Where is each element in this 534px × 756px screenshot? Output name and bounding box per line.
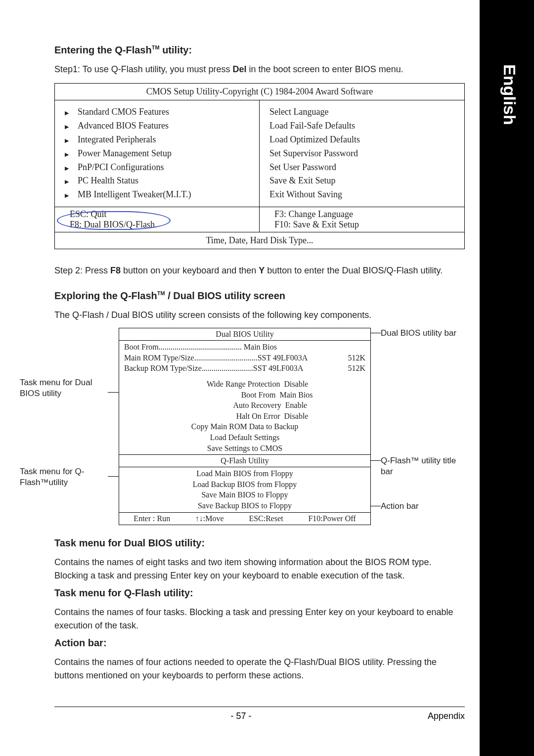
- qflash-setting-row[interactable]: Boot FromMain Bios: [124, 390, 365, 400]
- setting-key: Boot From: [177, 390, 275, 400]
- qflash-setting-row[interactable]: Wide Range ProtectionDisable: [124, 379, 365, 390]
- qflash-setting-row[interactable]: Auto RecoveryEnable: [124, 400, 365, 411]
- bios-key-f10: F10: Save & Exit Setup: [274, 220, 449, 230]
- heading-task-dual: Task menu for Dual BIOS utility:: [54, 537, 465, 549]
- rom1-value: SST 49LF003A: [258, 353, 308, 363]
- qflash-task-item[interactable]: Load Main BIOS from Floppy: [124, 468, 365, 479]
- heading-action-bar: Action bar:: [54, 637, 465, 649]
- para-task-qflash: Contains the names of four tasks. Blocki…: [54, 606, 465, 632]
- footer-section: Appendix: [428, 711, 465, 721]
- step2-text: Step 2: Press F8 button on your keyboard…: [54, 264, 465, 277]
- rom2-label: Backup ROM Type/Size....................…: [124, 363, 253, 374]
- line-icon: [371, 333, 381, 333]
- qflash-title-qflash: Q-Flash Utility: [119, 455, 370, 467]
- bios-left-column: Standard CMOS FeaturesAdvanced BIOS Feat…: [55, 100, 260, 207]
- qflash-task-item[interactable]: Load Default Settings: [124, 432, 365, 443]
- heading-text-suffix: utility:: [160, 44, 192, 55]
- para-task-dual: Contains the names of eight tasks and tw…: [54, 556, 465, 582]
- step1-key: Del: [232, 64, 246, 74]
- qflash-setting-row[interactable]: Halt On ErrorDisable: [124, 411, 365, 422]
- boot-from-label: Boot From...............................…: [124, 342, 242, 353]
- bios-key-f3: F3: Change Language: [274, 209, 449, 220]
- annot-action-bar: Action bar: [381, 501, 419, 512]
- setting-value: Main Bios: [279, 390, 312, 400]
- annot-task-qflash: Task menu for Q-Flash™utility: [20, 466, 109, 488]
- bios-title: CMOS Setup Utility-Copyright (C) 1984-20…: [55, 84, 464, 100]
- bios-keys-right: F3: Change Language F10: Save & Exit Set…: [260, 207, 464, 232]
- rom1-label: Main ROM Type/Size......................…: [124, 353, 258, 363]
- setting-value: Disable: [284, 411, 309, 422]
- rom1-size: 512K: [348, 353, 365, 363]
- bios-menu-item[interactable]: Save & Exit Setup: [269, 174, 454, 188]
- step2-suffix: button to enter the Dual BIOS/Q-Flash ut…: [265, 266, 443, 275]
- section2-intro: The Q-Flash / Dual BIOS utility screen c…: [54, 309, 465, 322]
- bios-right-column: Select LanguageLoad Fail-Safe DefaultsLo…: [260, 100, 464, 207]
- bios-menu-item[interactable]: Load Optimized Defaults: [269, 133, 454, 147]
- heading2-suffix: / Dual BIOS utility screen: [165, 290, 285, 301]
- qflash-action-key: Enter : Run: [134, 514, 170, 523]
- para-action-bar: Contains the names of four actions neede…: [54, 656, 465, 682]
- tm-symbol: TM: [157, 291, 165, 297]
- page-footer: - 57 - Appendix: [54, 707, 465, 721]
- heading-entering-qflash: Entering the Q-FlashTM utility:: [54, 44, 465, 56]
- qflash-action-bar: Enter : Run↑↓:MoveESC:ResetF10:Power Off: [119, 512, 370, 525]
- setting-key: Halt On Error: [181, 411, 280, 422]
- heading2-prefix: Exploring the Q-Flash: [54, 290, 157, 301]
- heading-exploring-qflash: Exploring the Q-FlashTM / Dual BIOS util…: [54, 290, 465, 302]
- qflash-title-dual: Dual BIOS Utility: [119, 328, 370, 340]
- main-rom-row: Main ROM Type/Size......................…: [124, 353, 365, 363]
- bios-menu-item[interactable]: Select Language: [269, 105, 454, 119]
- qflash-action-key: F10:Power Off: [308, 514, 356, 523]
- bios-menu-item[interactable]: MB Intelligent Tweaker(M.I.T.): [65, 188, 249, 202]
- step1-prefix: Step1: To use Q-Flash utility, you must …: [54, 64, 232, 74]
- annot-qflash-title: Q-Flash™ utility title bar: [381, 455, 470, 477]
- step2-prefix: Step 2: Press: [54, 266, 110, 275]
- bios-menu-item[interactable]: Standard CMOS Features: [65, 105, 249, 119]
- step2-mid: button on your keyboard and then: [121, 266, 259, 275]
- bios-menu-item[interactable]: Exit Without Saving: [269, 188, 454, 202]
- qflash-box: Dual BIOS Utility Boot From.............…: [119, 328, 371, 525]
- rom2-value: SST 49LF003A: [253, 363, 304, 374]
- page-content: Entering the Q-FlashTM utility: Step1: T…: [54, 44, 465, 687]
- callout-circle-icon: [57, 211, 171, 230]
- setting-value: Disable: [284, 379, 309, 390]
- qflash-diagram: Task menu for Dual BIOS utility Task men…: [54, 328, 465, 526]
- qflash-task-item[interactable]: Save Main BIOS to Floppy: [124, 489, 365, 500]
- line-icon: [371, 460, 381, 461]
- page-number: - 57 -: [230, 711, 251, 721]
- bios-menu-item[interactable]: PnP/PCI Configurations: [65, 161, 249, 175]
- bios-footer: Time, Date, Hard Disk Type...: [55, 232, 464, 249]
- bios-menu-item[interactable]: Set User Password: [269, 161, 454, 175]
- backup-rom-row: Backup ROM Type/Size....................…: [124, 363, 365, 374]
- setting-key: Auto Recovery: [182, 400, 281, 411]
- qflash-action-key: ESC:Reset: [249, 514, 283, 523]
- step1-text: Step1: To use Q-Flash utility, you must …: [54, 63, 465, 76]
- heading-text: Entering the Q-Flash: [54, 44, 152, 55]
- bios-menu-item[interactable]: PC Health Status: [65, 174, 249, 188]
- step2-key2: Y: [259, 266, 265, 275]
- qflash-task-item[interactable]: Save Settings to CMOS: [124, 443, 365, 454]
- heading-task-qflash: Task menu for Q-Flash utility:: [54, 587, 465, 599]
- annot-task-dual: Task menu for Dual BIOS utility: [20, 377, 109, 399]
- setting-value: Enable: [285, 400, 307, 411]
- boot-from-value: Main Bios: [244, 342, 277, 353]
- bios-menu-item[interactable]: Load Fail-Safe Defaults: [269, 119, 454, 133]
- tm-symbol: TM: [152, 44, 160, 50]
- qflash-task-item[interactable]: Copy Main ROM Data to Backup: [124, 421, 365, 432]
- line-icon: [371, 506, 381, 506]
- bios-menu-item[interactable]: Set Supervisor Password: [269, 147, 454, 161]
- qflash-task-item[interactable]: Save Backup BIOS to Floppy: [124, 500, 365, 511]
- qflash-task-item[interactable]: Load Backup BIOS from Floppy: [124, 479, 365, 490]
- rom2-size: 512K: [348, 363, 365, 374]
- bios-menu-item[interactable]: Advanced BIOS Features: [65, 119, 249, 133]
- step1-suffix: in the boot screen to enter BIOS menu.: [247, 64, 403, 74]
- boot-from-row: Boot From...............................…: [124, 342, 365, 353]
- qflash-action-key: ↑↓:Move: [195, 514, 224, 523]
- annot-dual-bar: Dual BIOS utility bar: [381, 328, 456, 339]
- bios-menu-item[interactable]: Integrated Peripherals: [65, 133, 249, 147]
- side-language-label: English: [500, 64, 519, 125]
- bios-menu-item[interactable]: Power Management Setup: [65, 147, 249, 161]
- step2-key1: F8: [110, 266, 121, 275]
- setting-key: Wide Range Protection: [181, 379, 280, 390]
